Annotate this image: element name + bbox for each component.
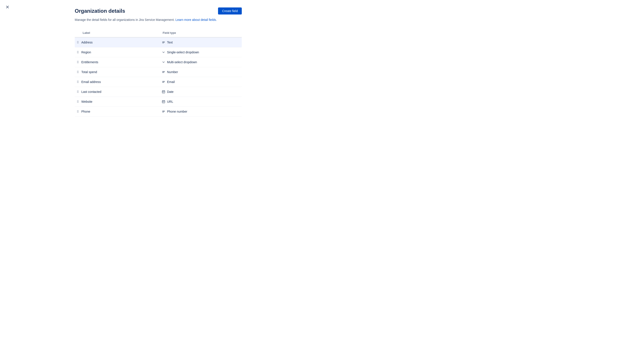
text-icon <box>162 40 165 44</box>
svg-point-33 <box>78 91 78 92</box>
svg-point-5 <box>78 43 78 43</box>
table-header: Label Field type <box>75 28 242 38</box>
svg-point-51 <box>78 110 78 111</box>
table-row[interactable]: Email address Email <box>75 77 242 87</box>
page-title: Organization details <box>75 8 125 14</box>
svg-point-9 <box>78 52 78 52</box>
svg-point-34 <box>77 92 78 93</box>
close-button[interactable] <box>5 4 11 10</box>
label-text: Total spend <box>81 70 97 74</box>
svg-point-13 <box>78 61 78 61</box>
drag-handle[interactable] <box>77 60 79 64</box>
row-label: Entitlements <box>75 57 158 67</box>
svg-point-45 <box>78 102 78 102</box>
label-text: Email address <box>81 80 101 84</box>
row-field-type: Date <box>158 87 242 96</box>
drag-handle[interactable] <box>77 40 79 44</box>
row-field-type: Email <box>158 77 242 87</box>
dropdown-icon <box>162 60 165 64</box>
svg-rect-48 <box>163 102 164 102</box>
svg-point-54 <box>77 112 78 112</box>
field-type-text: Phone number <box>167 110 187 113</box>
drag-handle[interactable] <box>77 70 79 74</box>
svg-point-18 <box>77 71 78 71</box>
table-row[interactable]: Region Single-select dropdown <box>75 48 242 57</box>
svg-point-7 <box>78 51 78 51</box>
drag-handle[interactable] <box>77 90 79 94</box>
label-text: Address <box>81 40 93 44</box>
row-label: Email address <box>75 77 158 87</box>
field-type-text: Multi-select dropdown <box>167 60 197 64</box>
table-row[interactable]: Phone Phone number <box>75 107 242 116</box>
drag-handle[interactable] <box>77 100 79 104</box>
header-row: Organization details Create field <box>75 8 242 14</box>
field-type-text: Number <box>167 70 178 74</box>
svg-point-53 <box>78 111 78 112</box>
label-text: Entitlements <box>81 60 98 64</box>
subtitle-text: Manage the detail fields for all organiz… <box>75 18 174 22</box>
phone-icon <box>162 110 165 113</box>
email-icon <box>162 80 165 84</box>
svg-point-22 <box>77 72 78 73</box>
table-row[interactable]: Address Text <box>75 38 242 48</box>
svg-point-14 <box>77 62 78 62</box>
svg-point-31 <box>78 90 78 91</box>
drag-handle[interactable] <box>77 50 79 54</box>
row-field-type: Phone number <box>158 107 242 116</box>
learn-more-link[interactable]: Learn more about detail fields. <box>175 18 217 22</box>
svg-rect-47 <box>163 102 163 102</box>
label-text: Website <box>81 100 92 104</box>
subtitle: Manage the detail fields for all organiz… <box>75 18 242 22</box>
field-type-text: Email <box>167 80 175 84</box>
table-row[interactable]: Entitlements Multi-select dropdown <box>75 57 242 67</box>
svg-point-25 <box>78 80 78 81</box>
dropdown-icon <box>162 50 165 54</box>
field-type-text: Text <box>167 40 173 44</box>
svg-point-4 <box>77 43 78 43</box>
field-type-text: Single-select dropdown <box>167 50 199 54</box>
svg-point-28 <box>77 82 78 83</box>
row-field-type: Number <box>158 67 242 77</box>
table-row[interactable]: Total spend Number <box>75 67 242 77</box>
svg-point-26 <box>77 82 78 82</box>
row-label: Phone <box>75 107 158 116</box>
table-row[interactable]: Website URL <box>75 97 242 107</box>
number-icon <box>162 70 165 74</box>
row-label: Website <box>75 97 158 106</box>
col-header-field-type: Field type <box>158 30 242 35</box>
svg-point-43 <box>78 101 78 102</box>
svg-point-23 <box>78 72 78 73</box>
svg-point-19 <box>78 71 78 71</box>
row-field-type: URL <box>158 97 242 106</box>
svg-point-52 <box>77 111 78 112</box>
label-text: Phone <box>81 110 90 113</box>
drag-handle[interactable] <box>77 80 79 84</box>
row-label: Total spend <box>75 67 158 77</box>
main-content: Organization details Create field Manage… <box>75 0 242 130</box>
col-header-label: Label <box>75 30 158 35</box>
row-label: Last contacted <box>75 87 158 96</box>
svg-point-2 <box>77 42 78 42</box>
table-row[interactable]: Last contacted Date <box>75 87 242 97</box>
svg-point-12 <box>77 61 78 61</box>
svg-point-27 <box>78 82 78 82</box>
create-field-button[interactable]: Create field <box>218 8 242 14</box>
svg-point-16 <box>77 62 78 63</box>
svg-rect-38 <box>163 92 164 92</box>
drag-handle[interactable] <box>77 110 79 113</box>
svg-point-24 <box>77 80 78 81</box>
field-type-text: URL <box>167 100 173 104</box>
row-field-type: Multi-select dropdown <box>158 57 242 67</box>
row-label: Region <box>75 48 158 57</box>
svg-point-41 <box>78 100 78 101</box>
svg-rect-37 <box>163 92 163 92</box>
svg-point-10 <box>77 53 78 53</box>
svg-point-35 <box>78 92 78 93</box>
svg-point-55 <box>78 112 78 112</box>
svg-point-6 <box>77 51 78 51</box>
svg-point-0 <box>77 41 78 42</box>
svg-point-15 <box>78 62 78 62</box>
url-icon <box>162 100 165 104</box>
svg-point-30 <box>77 90 78 91</box>
svg-point-3 <box>78 42 78 42</box>
